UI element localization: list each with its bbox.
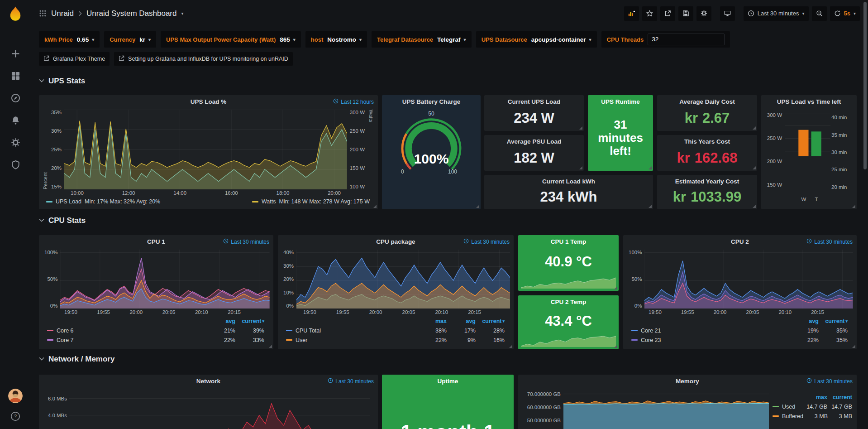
variable-ups-max-output[interactable]: UPS Max Output Power Capacity (Watt)865▾ (161, 31, 301, 48)
refresh-icon (834, 10, 841, 17)
panel-title[interactable]: CPU 2 Temp (518, 295, 619, 308)
panel-title[interactable]: UPS Load % Last 12 hours (39, 95, 378, 108)
memory-chart[interactable] (563, 390, 769, 429)
legend-sort-current[interactable]: current▾ (819, 318, 848, 324)
legend-series[interactable]: User (286, 337, 418, 343)
legend-series[interactable]: Core 6 (47, 328, 206, 334)
zoom-out-icon (816, 10, 823, 17)
section-ups-stats[interactable]: UPS Stats (39, 77, 85, 86)
panel-title[interactable]: CPU 1 Temp (518, 235, 619, 248)
panel-title[interactable]: Average Daily Cost (657, 95, 757, 108)
legend-series-watts[interactable]: WattsMin: 148 W Max: 278 W Avg: 175 W (252, 198, 370, 205)
stat-value: 31 minutes left! (591, 118, 650, 158)
legend-series[interactable]: Core 7 (47, 337, 206, 343)
panel-this-years-cost: This Years Cost kr162.68 (657, 135, 757, 171)
bar-chart-area: 300 W 250 W 200 W 150 W 40 min 35 min 30… (761, 108, 857, 209)
variable-host[interactable]: hostNostromo▾ (305, 31, 367, 48)
panel-title[interactable]: CPU package Last 30 minutes (278, 235, 514, 248)
alerting-button[interactable] (5, 111, 25, 131)
cpu-threads-input[interactable]: 32 (648, 34, 725, 45)
network-chart[interactable] (69, 390, 370, 429)
help-button[interactable]: ? (10, 411, 20, 423)
mark-favorite-button[interactable] (642, 6, 657, 21)
panel-title[interactable]: UPS Load vs Time left (761, 95, 857, 108)
add-panel-button[interactable] (624, 6, 639, 21)
link-grafana-plex-theme[interactable]: Grafana Plex Theme (39, 52, 110, 66)
legend-series[interactable]: Used (773, 404, 802, 410)
y-axis-label-right: Watts (367, 110, 374, 189)
section-cpu-stats[interactable]: CPU Stats (39, 216, 86, 225)
y-axis-ticks: 100%50%0% (42, 250, 60, 308)
main-area: Unraid Unraid System Dashboard ▾ Last 30… (31, 0, 868, 429)
zoom-out-button[interactable] (812, 6, 827, 21)
graph-area: Percent 35%30%25%20%15% 300 W250 W200 W1… (39, 108, 378, 209)
panel-title[interactable]: Average PSU Load (484, 135, 584, 148)
caret-down-icon: ▾ (589, 37, 591, 42)
variable-telegraf-datasource[interactable]: Telegraf DatasourceTelegraf▾ (372, 31, 472, 48)
y-axis-ticks-right: 300 W250 W200 W150 W100 W (347, 110, 367, 189)
panel-title[interactable]: UPS Runtime (588, 95, 653, 108)
breadcrumb: Unraid Unraid System Dashboard ▾ (39, 9, 184, 18)
share-dashboard-button[interactable] (660, 6, 675, 21)
legend-series-ups-load[interactable]: UPS LoadMin: 17% Max: 32% Avg: 20% (46, 198, 160, 205)
legend-series[interactable]: Core 21 (631, 328, 790, 334)
breadcrumb-app[interactable]: Unraid (51, 9, 74, 18)
variable-currency[interactable]: Currencykr▾ (104, 31, 156, 48)
panel-current-load-kwh: Current Load kWh 234 kWh (484, 175, 653, 209)
legend-series[interactable]: CPU Total (286, 328, 418, 334)
refresh-picker[interactable]: 5s ▾ (830, 6, 860, 21)
bell-icon (11, 116, 20, 126)
ups-bar-chart[interactable] (785, 111, 830, 194)
cpu2-chart[interactable] (644, 250, 853, 308)
dashboard-canvas: UPS Stats UPS Load % Last 12 hours Perce… (31, 67, 868, 429)
panel-title[interactable]: This Years Cost (657, 135, 757, 148)
ups-load-chart[interactable] (64, 110, 347, 189)
panel-cpu2: CPU 2 Last 30 minutes 100%50%0% 19:5019:… (623, 235, 857, 349)
server-admin-button[interactable] (5, 155, 25, 175)
dashboard-submenu: kWh Price0.65▾ Currencykr▾ UPS Max Outpu… (31, 27, 868, 66)
explore-button[interactable] (5, 89, 25, 109)
save-dashboard-button[interactable] (678, 6, 693, 21)
dashboard-links: Grafana Plex Theme Setting up Grafana an… (39, 52, 860, 66)
cpu1-chart[interactable] (60, 250, 270, 308)
grafana-logo-icon[interactable] (6, 5, 24, 24)
dashboard-settings-button[interactable] (696, 6, 711, 21)
dashboards-button[interactable] (5, 67, 25, 87)
stat-value: 182 W (514, 150, 554, 166)
legend-row: Buffered3 MB3 MB (773, 411, 852, 421)
cycle-view-mode-button[interactable] (720, 6, 735, 21)
clock-icon (463, 238, 469, 245)
panel-title[interactable]: CPU 2 Last 30 minutes (623, 235, 857, 248)
cpu-package-chart[interactable] (296, 250, 510, 308)
create-button[interactable] (5, 44, 25, 64)
user-avatar[interactable] (8, 389, 23, 403)
panel-title[interactable]: CPU 1 Last 30 minutes (39, 235, 273, 248)
panel-title[interactable]: Estimated Yearly Cost (657, 175, 757, 188)
section-network-memory[interactable]: Network / Memory (39, 355, 114, 364)
scrollbar-thumb[interactable] (863, 2, 867, 169)
dashboards-icon (11, 71, 20, 82)
panel-title[interactable]: Current Load kWh (484, 175, 653, 188)
dashboard-title[interactable]: Unraid System Dashboard (86, 9, 176, 18)
legend-series[interactable]: Core 23 (631, 337, 790, 343)
panel-title[interactable]: Uptime (382, 375, 514, 387)
caret-down-icon: ▾ (181, 11, 183, 16)
gauge-area: 0 50 100 100% (382, 108, 481, 209)
panel-title[interactable]: Current UPS Load (484, 95, 584, 108)
monitor-icon (724, 10, 731, 17)
panel-estimated-yearly-cost: Estimated Yearly Cost kr1033.99 (657, 175, 757, 209)
link-ups-monitoring-guide[interactable]: Setting up Grafana and InfluxDB for UPS … (114, 52, 293, 66)
template-variables: kWh Price0.65▾ Currencykr▾ UPS Max Outpu… (39, 31, 860, 48)
plus-icon (11, 49, 20, 60)
panel-title[interactable]: Network Last 30 minutes (39, 375, 378, 387)
time-range-picker[interactable]: Last 30 minutes ▾ (744, 6, 809, 21)
legend-series[interactable]: Buffered (773, 413, 803, 419)
panel-title[interactable]: Memory Last 30 minutes (518, 375, 857, 387)
legend-sort-current[interactable]: current▾ (235, 318, 264, 324)
legend-sort-current[interactable]: current▾ (476, 318, 505, 324)
variable-ups-datasource[interactable]: UPS Datasourceapcupsd-container▾ (476, 31, 597, 48)
stat-value: 1033.99 (691, 189, 741, 205)
variable-kwh-price[interactable]: kWh Price0.65▾ (39, 31, 100, 48)
panel-title[interactable]: UPS Battery Charge (382, 95, 481, 108)
configuration-button[interactable] (5, 133, 25, 153)
